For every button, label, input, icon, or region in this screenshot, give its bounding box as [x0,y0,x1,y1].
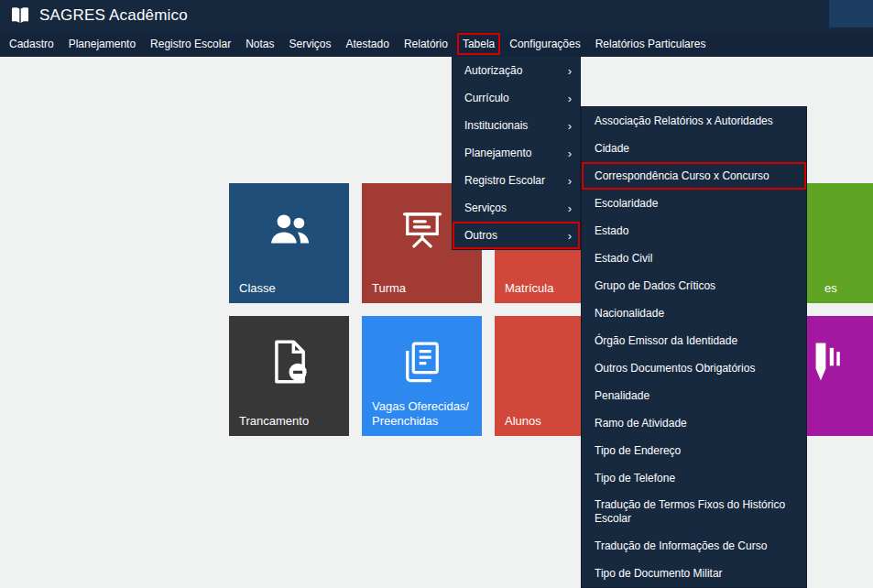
menu-item-label: Currículo [464,92,509,104]
tile-label: Matrícula [505,281,553,296]
menubar: CadastroPlanejamentoRegistro EscolarNota… [0,31,873,57]
submenu-nacionalidade[interactable]: Nacionalidade [582,299,806,327]
submenu-estado[interactable]: Estado [582,217,806,245]
menu-item-label: Serviços [464,201,507,214]
menu-item-label: Nacionalidade [595,307,664,321]
menu-item-label: Tipo de Telefone [595,472,675,485]
tabela-dropdown-menu: Autorização›Currículo›Institucionais›Pla… [452,57,581,250]
tile-label: Alunos [505,414,541,429]
tabela-menu-curriculo[interactable]: Currículo› [453,84,580,112]
menu-relatorios-particulares[interactable]: Relatórios Particulares [588,31,714,57]
chevron-right-icon: › [568,120,572,132]
tabela-menu-institucionais[interactable]: Institucionais› [453,112,580,139]
chevron-right-icon: › [568,202,572,214]
chevron-right-icon: › [568,230,572,242]
menu-item-label: Penalidade [595,389,649,403]
tile-label: Turma [372,281,406,296]
app-title: SAGRES Acadêmico [39,6,188,25]
documents-icon [398,338,446,386]
menu-item-label: Planejamento [464,147,531,159]
submenu-estado-civil[interactable]: Estado Civil [582,245,806,272]
submenu-tipo-de-telefone[interactable]: Tipo de Telefone [582,464,806,492]
tile-label: es [824,281,837,296]
outros-submenu: Associação Relatórios x AutoridadesCidad… [581,106,807,588]
tabela-menu-servicos[interactable]: Serviços› [453,194,580,222]
submenu-outros-documentos-obrigatorios[interactable]: Outros Documentos Obrigatórios [582,354,806,382]
menu-item-label: Tradução de Termos Fixos do Histórico Es… [595,498,793,526]
menu-item-label: Tipo de Endereço [595,444,681,458]
submenu-traducao-de-termos-fixos-do-historico-escolar[interactable]: Tradução de Termos Fixos do Histórico Es… [582,492,806,532]
submenu-correspondencia-curso-x-concurso[interactable]: Correspondência Curso x Concurso [582,162,806,190]
submenu-penalidade[interactable]: Penalidade [582,382,806,409]
tile-classe[interactable]: Classe [229,183,349,303]
menu-planejamento[interactable]: Planejamento [61,31,143,57]
menu-item-label: Autorização [464,64,522,77]
menu-item-label: Ramo de Atividade [595,417,687,430]
submenu-traducao-de-informacoes-de-curso[interactable]: Tradução de Informações de Curso [582,532,806,560]
menu-item-label: Registro Escolar [464,174,545,187]
menu-item-label: Cidade [595,142,629,156]
tile-label: Vagas Oferecidas/ Preenchidas [372,399,469,429]
menu-item-label: Grupo de Dados Críticos [595,279,715,293]
people-icon [266,205,313,253]
menu-item-label: Outros [464,229,497,242]
menu-item-label: Órgão Emissor da Identidade [595,334,737,348]
menu-item-label: Tipo de Documento Militar [595,567,723,581]
titlebar: SAGRES Acadêmico [0,0,873,31]
menu-notas[interactable]: Notas [238,31,281,57]
presentation-icon [398,205,446,253]
tabela-menu-autorizacao[interactable]: Autorização› [453,57,580,84]
menu-item-label: Tradução de Informações de Curso [595,539,767,553]
menu-atestado[interactable]: Atestado [339,31,397,57]
menu-relatorio[interactable]: Relatório [397,31,455,57]
menu-item-label: Outros Documentos Obrigatórios [595,362,755,376]
document-minus-icon [266,338,313,386]
tabela-menu-registro-escolar[interactable]: Registro Escolar› [453,167,580,194]
menu-item-label: Estado [595,224,628,238]
menu-registro-escolar[interactable]: Registro Escolar [143,31,238,57]
menu-item-label: Institucionais [464,119,528,132]
menu-tabela[interactable]: Tabela [455,31,502,57]
tile-label: Classe [239,281,276,296]
submenu-escolaridade[interactable]: Escolaridade [582,190,806,217]
tile-trancamento[interactable]: Trancamento [229,316,349,436]
tabela-menu-outros[interactable]: Outros› [453,222,580,249]
chevron-right-icon: › [568,65,572,77]
submenu-orgao-emissor-da-identidade[interactable]: Órgão Emissor da Identidade [582,327,806,354]
book-icon [9,5,31,27]
chevron-right-icon: › [568,147,572,159]
chevron-right-icon: › [568,93,572,104]
chevron-right-icon: › [568,175,572,187]
menu-item-label: Estado Civil [595,252,652,266]
tile-label: Trancamento [239,414,309,429]
tile-vagas[interactable]: Vagas Oferecidas/ Preenchidas [362,316,482,436]
submenu-tipo-de-documento-militar[interactable]: Tipo de Documento Militar [582,560,806,587]
submenu-cidade[interactable]: Cidade [582,135,806,162]
menu-item-label: Correspondência Curso x Concurso [595,169,769,183]
tabela-menu-planejamento[interactable]: Planejamento› [453,139,580,167]
submenu-associacao-relatorios-x-autoridades[interactable]: Associação Relatórios x Autoridades [582,107,806,135]
submenu-tipo-de-endereco[interactable]: Tipo de Endereço [582,437,806,464]
submenu-grupo-de-dados-criticos[interactable]: Grupo de Dados Críticos [582,272,806,299]
menu-item-label: Associação Relatórios x Autoridades [595,114,773,128]
menu-cadastro[interactable]: Cadastro [2,31,61,57]
menu-item-label: Escolaridade [595,197,658,211]
header-corner-button[interactable] [829,0,873,27]
menu-configuracoes[interactable]: Configurações [502,31,587,57]
submenu-ramo-de-atividade[interactable]: Ramo de Atividade [582,409,806,437]
menu-servicos[interactable]: Serviços [281,31,338,57]
